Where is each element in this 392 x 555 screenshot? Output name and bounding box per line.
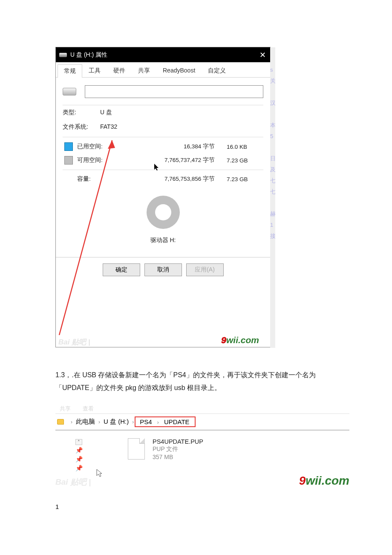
dialog-body: 类型: U 盘 文件系统: FAT32 已用空间: 16,384 字节 16.0… [56,78,270,257]
value-filesystem: FAT32 [100,123,117,131]
value-used-human: 16.0 KB [227,144,263,150]
file-name[interactable]: PS4UPDATE.PUP [153,438,203,445]
folder-icon [57,419,64,425]
drive-icon [59,53,67,57]
dialog-title: U 盘 (H:) 属性 [70,51,259,59]
free-swatch-icon [64,156,73,165]
breadcrumb: › 此电脑 › U 盘 (H:) › PS4 › UPDATE [55,414,349,431]
instruction-paragraph: 1.3，.在 USB 存储设备新建一个名为「PS4」的文件夹，再于该文件夹下创建… [55,369,337,394]
chevron-right-icon: › [68,419,75,425]
value-type: U 盘 [100,109,112,116]
value-free-human: 7.23 GB [227,157,263,164]
drive-properties-dialog: U 盘 (H:) 属性 ✕ 常规 工具 硬件 共享 ReadyBoost 自定义… [55,47,271,347]
value-capacity-bytes: 7,765,753,856 字节 [106,175,227,183]
label-filesystem: 文件系统: [63,123,100,131]
label-used: 已用空间: [77,143,106,150]
tab-readyboost[interactable]: ReadyBoost [156,64,202,77]
dialog-button-row: 确定 取消 应用(A) [56,257,270,283]
sidebar-ghost: ˄ 📌 📌 📌 [55,439,102,473]
dialog-tabs: 常规 工具 硬件 共享 ReadyBoost 自定义 [56,62,270,78]
breadcrumb-item-udisk[interactable]: U 盘 (H:) [103,418,130,426]
file-type: PUP 文件 [153,445,203,453]
cancel-button[interactable]: 取消 [144,263,182,276]
breadcrumb-item-ps4[interactable]: PS4 [139,418,153,425]
drive-letter-label: 驱动器 H: [63,237,263,253]
label-type: 类型: [63,109,100,116]
breadcrumb-item-update[interactable]: UPDATE [163,418,190,425]
drive-icon-big [63,88,76,95]
used-swatch-icon [64,142,73,151]
pin-icon: 📌 [75,455,83,464]
pin-icon: 📌 [75,446,83,455]
value-capacity-human: 7.23 GB [227,176,263,182]
scroll-up-icon[interactable]: ˄ [75,439,82,445]
ribbon-tabs-row: 共享 查看 [55,405,349,414]
page-number: 1 [55,503,337,510]
cursor-icon [95,469,104,477]
tab-hardware[interactable]: 硬件 [107,64,132,77]
watermark-tieba: Bai 贴吧 | [58,337,90,347]
file-meta: PS4UPDATE.PUP PUP 文件 357 MB [153,438,203,475]
breadcrumb-item-thispc[interactable]: 此电脑 [75,418,96,426]
value-free-bytes: 7,765,737,472 字节 [106,156,227,164]
dialog-titlebar[interactable]: U 盘 (H:) 属性 ✕ [56,47,270,62]
background-noise: s 关 汉 本 5 日 及 七 七 赫 1 接 [270,47,275,348]
close-icon[interactable]: ✕ [259,51,266,59]
file-size: 357 MB [153,453,203,461]
explorer-screenshot: 共享 查看 › 此电脑 › U 盘 (H:) › PS4 › UPDATE ˄ … [55,405,349,486]
drive-name-input[interactable] [85,85,263,98]
ok-button[interactable]: 确定 [103,263,140,276]
chevron-right-icon: › [96,419,103,425]
file-icon[interactable] [128,438,145,460]
tab-sharing[interactable]: 共享 [132,64,156,77]
label-capacity: 容量: [77,175,106,183]
watermark-tieba: Bai 贴吧 | [55,477,91,488]
tab-tools[interactable]: 工具 [82,64,107,77]
highlighted-path: PS4 › UPDATE [135,416,195,427]
ribbon-tab-view[interactable]: 查看 [83,405,94,413]
apply-button[interactable]: 应用(A) [186,263,224,276]
value-used-bytes: 16,384 字节 [106,143,227,150]
chevron-right-icon: › [155,419,161,425]
tab-general[interactable]: 常规 [58,64,82,78]
label-free: 可用空间: [77,156,106,164]
pin-icon: 📌 [75,464,83,473]
usage-pie-icon [147,196,180,229]
ribbon-tab-share[interactable]: 共享 [60,405,71,413]
tab-customize[interactable]: 自定义 [202,64,232,77]
watermark-91wii: 9wii.com [221,335,259,345]
watermark-91wii: 9wii.com [299,474,349,488]
